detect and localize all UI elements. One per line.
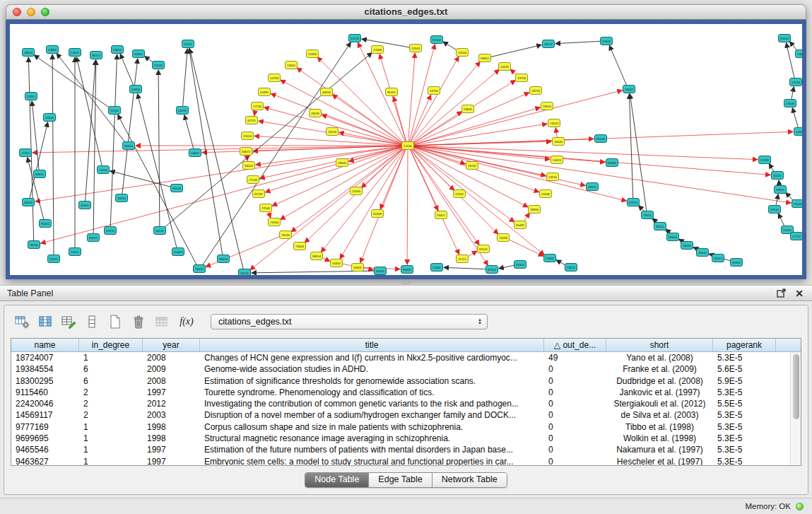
network-canvas[interactable]: 1724022406194011275820491171344275125203… <box>10 24 802 275</box>
graph-node[interactable]: 36013 <box>243 162 255 170</box>
show-columns-icon[interactable] <box>36 313 54 330</box>
graph-node[interactable]: 20531 <box>109 107 121 115</box>
graph-node[interactable]: 55723 <box>349 35 361 42</box>
graph-node[interactable]: 74503 <box>548 119 560 127</box>
tab-network-table[interactable]: Network Table <box>433 473 507 487</box>
column-header-6[interactable]: pagerank <box>713 339 776 351</box>
graph-node[interactable]: 17134 <box>252 103 264 110</box>
graph-node[interactable]: 73044 <box>294 243 306 250</box>
graph-node[interactable]: 79251 <box>565 264 577 271</box>
graph-node[interactable]: 13710 <box>105 227 117 235</box>
table-row[interactable]: 1456911722003Disruption of a novel membe… <box>11 409 801 421</box>
graph-node[interactable]: 96112 <box>654 223 666 230</box>
close-panel-icon[interactable]: ✕ <box>794 288 805 299</box>
table-settings-icon[interactable] <box>13 313 31 330</box>
graph-node[interactable]: 22046 <box>540 190 552 198</box>
graph-node[interactable]: 26206 <box>23 199 35 206</box>
graph-node[interactable]: 22406 <box>307 50 319 58</box>
graph-node[interactable]: 77133 <box>247 176 259 184</box>
graph-node[interactable]: 97102 <box>486 266 498 274</box>
graph-node[interactable]: 10353 <box>130 86 142 93</box>
graph-node[interactable]: 10510 <box>769 206 781 214</box>
tab-node-table[interactable]: Node Table <box>305 473 369 487</box>
graph-node[interactable]: 18304 <box>336 159 348 167</box>
graph-node[interactable]: 96610 <box>34 170 46 178</box>
minimize-window-button[interactable] <box>27 8 35 16</box>
graph-node[interactable]: 20491 <box>259 88 271 96</box>
graph-node[interactable]: 18956 <box>529 206 541 214</box>
graph-node[interactable]: 16162 <box>466 162 478 170</box>
graph-node[interactable]: 10211 <box>772 172 784 180</box>
import-table-icon[interactable] <box>153 313 171 330</box>
graph-node[interactable]: 13216 <box>547 173 559 181</box>
graph-node[interactable]: 10352 <box>331 259 343 267</box>
function-builder-button[interactable]: f(x) <box>176 316 197 327</box>
graph-node[interactable]: 75093 <box>498 234 510 242</box>
graph-node[interactable]: 93113 <box>712 255 724 262</box>
graph-node[interactable]: 96403 <box>218 255 230 263</box>
graph-node[interactable]: 16647 <box>623 86 635 93</box>
table-selector[interactable]: citations_edges.txt ▲▼ <box>211 314 488 329</box>
graph-node[interactable]: 16043 <box>681 242 693 250</box>
column-header-4[interactable]: △ out_de... <box>544 339 606 351</box>
graph-node[interactable]: 96410 <box>123 142 135 150</box>
table-row[interactable]: 1872400712008Changes of HCN gene express… <box>11 352 801 363</box>
graph-node[interactable]: 42751 <box>246 117 258 124</box>
graph-node[interactable]: 78111 <box>642 211 654 219</box>
graph-node[interactable]: 25101 <box>182 40 194 48</box>
graph-node[interactable]: 80965 <box>606 159 618 167</box>
graph-node[interactable]: 16821 <box>775 186 787 194</box>
graph-node[interactable]: 18604 <box>23 49 35 57</box>
graph-node[interactable]: 81011 <box>386 88 398 96</box>
graph-node[interactable]: 15958 <box>759 156 771 164</box>
scrollbar-thumb[interactable] <box>793 354 799 419</box>
table-row[interactable]: 911546021997Tourette syndrome. Phenomeno… <box>11 387 801 398</box>
column-header-0[interactable]: name <box>11 339 79 351</box>
graph-node[interactable]: 76012 <box>194 265 206 273</box>
new-document-icon[interactable] <box>106 313 124 330</box>
graph-node[interactable]: 20303 <box>172 248 184 256</box>
table-scrollbar[interactable] <box>790 352 801 465</box>
graph-node[interactable]: 15345 <box>431 264 443 271</box>
graph-node[interactable]: 18302 <box>352 264 364 271</box>
graph-node[interactable]: 20261 <box>25 93 37 100</box>
graph-node[interactable]: 14206 <box>98 166 110 174</box>
column-header-1[interactable]: in_degree <box>79 339 143 351</box>
graph-node[interactable]: 14504 <box>457 49 469 57</box>
column-header-2[interactable]: year <box>143 339 200 351</box>
graph-node[interactable]: 91787 <box>253 190 265 198</box>
graph-node[interactable]: 14667 <box>189 149 201 157</box>
float-panel-icon[interactable] <box>775 288 787 299</box>
graph-node[interactable]: 22162 <box>454 190 466 198</box>
graph-node[interactable]: 95018 <box>171 185 183 192</box>
graph-node[interactable]: 72544 <box>260 204 272 212</box>
graph-node[interactable]: 19401 <box>286 62 298 69</box>
graph-node[interactable]: 10565 <box>792 200 803 208</box>
graph-node[interactable]: 28147 <box>543 40 555 48</box>
zoom-window-button[interactable] <box>41 8 49 16</box>
graph-node[interactable]: 78503 <box>541 103 553 110</box>
graph-node[interactable]: 14315 <box>794 128 803 136</box>
table-row[interactable]: 969969511998Structural magnetic resonanc… <box>11 433 801 444</box>
graph-node[interactable]: 26191 <box>177 107 189 115</box>
row-tools-icon[interactable] <box>83 313 101 330</box>
graph-node[interactable]: 10474 <box>551 156 563 164</box>
graph-node[interactable]: 95915 <box>88 234 100 242</box>
graph-node[interactable]: 19734 <box>516 74 528 82</box>
table-row[interactable]: 1938455462009Genome-wide association stu… <box>11 363 801 375</box>
graph-node[interactable]: 14195 <box>499 63 511 71</box>
graph-node[interactable]: 13405 <box>796 50 803 58</box>
graph-node[interactable]: 21944 <box>601 37 613 45</box>
graph-node[interactable]: 17110 <box>20 149 32 157</box>
graph-node[interactable]: 25620 <box>79 201 91 209</box>
graph-node[interactable]: 59635 <box>462 105 474 113</box>
graph-node[interactable]: 92455 <box>731 259 743 267</box>
table-row[interactable]: 946362711997Embryonic stem cells: a mode… <box>11 456 801 466</box>
graph-node[interactable]: 39414 <box>667 233 679 241</box>
column-header-5[interactable]: short <box>606 339 713 351</box>
graph-node[interactable]: 91544 <box>595 135 607 143</box>
graph-node[interactable]: 14610 <box>112 46 124 54</box>
graph-node[interactable]: 25203 <box>242 132 254 140</box>
graph-node[interactable]: 28753 <box>530 87 542 95</box>
graph-node[interactable]: 96445 <box>401 266 413 274</box>
